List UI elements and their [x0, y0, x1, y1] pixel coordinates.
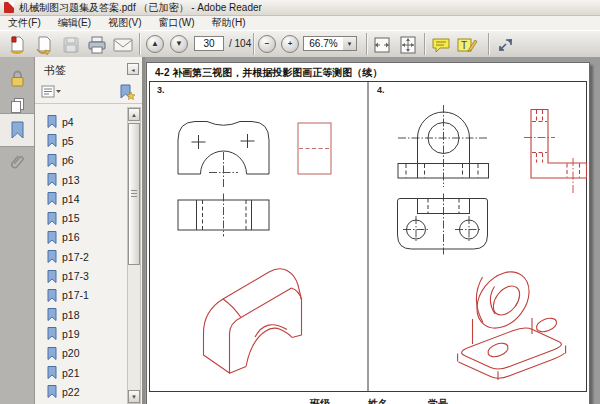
bookmark-item[interactable]: p13	[37, 170, 127, 189]
problem3-front-view	[178, 122, 269, 189]
bookmarks-tab[interactable]	[0, 113, 34, 147]
open-button[interactable]	[6, 34, 28, 55]
bookmark-item[interactable]: p20	[37, 344, 127, 363]
problem3-answer-side-view	[298, 123, 331, 174]
bookmark-label: p5	[62, 135, 74, 147]
navigation-rail	[0, 57, 35, 404]
problem4-isometric-drawing	[458, 262, 566, 380]
problem4-answer-side-view	[524, 110, 587, 194]
bookmark-label: p17-2	[62, 251, 89, 263]
problem4-top-view	[398, 194, 488, 255]
page-number-input[interactable]: 30	[194, 36, 224, 51]
table-frame	[150, 82, 587, 392]
bookmarks-toolbar	[35, 81, 142, 104]
print-button[interactable]	[86, 34, 108, 55]
save-copy-button[interactable]	[33, 34, 55, 55]
next-page-button[interactable]: ▼	[170, 35, 188, 53]
attachments-tab[interactable]	[0, 147, 34, 177]
highlight-text-button[interactable]: T	[456, 34, 478, 55]
menu-window[interactable]: 窗口(W)	[150, 16, 203, 30]
comment-button[interactable]	[430, 34, 452, 55]
scroll-up-button[interactable]: ▲	[128, 108, 140, 121]
options-menu-icon[interactable]	[41, 85, 61, 99]
toolbar-separator	[366, 33, 367, 55]
menu-view[interactable]: 视图(V)	[100, 16, 150, 30]
zoom-level-input[interactable]: 66.7%	[303, 36, 344, 51]
fit-width-icon	[372, 36, 392, 54]
bookmark-item[interactable]: p19	[37, 324, 127, 343]
fit-width-button[interactable]	[371, 34, 393, 55]
save-button[interactable]	[60, 34, 82, 55]
page-total-label: / 104	[229, 38, 251, 49]
problem4-front-view	[398, 105, 489, 187]
scroll-up-icon: ▲	[131, 112, 137, 118]
drawing-canvas	[147, 63, 589, 404]
menu-edit[interactable]: 编辑(E)	[50, 16, 100, 30]
title-bar: 机械制图习题集及答案.pdf （已加密） - Adobe Reader	[0, 0, 600, 16]
zoom-out-button[interactable]: −	[258, 35, 276, 53]
toolbar: ▲ ▼ 30 / 104 − + 66.7% ▼ T	[0, 30, 600, 59]
bookmark-label: p13	[62, 174, 80, 186]
problem3-top-view	[178, 194, 269, 237]
bookmark-item[interactable]: p14	[37, 189, 127, 208]
adobe-pdf-icon	[4, 2, 14, 13]
menu-help[interactable]: 帮助(H)	[204, 16, 255, 30]
scroll-down-button[interactable]: ▼	[128, 390, 140, 403]
highlight-text-icon: T	[456, 36, 478, 54]
document-area: 4-2 补画第三视图，并根据投影图画正等测图（续） 3. 4. 班级 姓名 学号	[145, 57, 600, 404]
scroll-down-icon: ▼	[131, 394, 137, 400]
bookmark-icon	[10, 121, 25, 139]
bookmark-label: p6	[62, 154, 74, 166]
bookmark-label: p19	[62, 328, 80, 340]
bookmark-label: p22	[62, 386, 80, 398]
bookmark-item[interactable]: p17-1	[37, 286, 127, 305]
bookmark-label: p21	[62, 367, 80, 379]
bookmark-item[interactable]: p6	[37, 151, 127, 170]
bookmark-item[interactable]: p17-3	[37, 266, 127, 285]
paperclip-icon	[8, 153, 27, 172]
dropdown-icon: ▼	[347, 41, 353, 47]
bookmark-label: p17-1	[62, 289, 89, 301]
zoom-dropdown-button[interactable]: ▼	[343, 36, 357, 51]
new-bookmark-icon[interactable]	[119, 84, 136, 100]
up-arrow-icon: ▲	[151, 40, 159, 48]
reading-mode-button[interactable]	[495, 34, 517, 55]
adobe-reader-window: 机械制图习题集及答案.pdf （已加密） - Adobe Reader 文件(F…	[0, 0, 600, 404]
menu-file[interactable]: 文件(F)	[0, 16, 50, 30]
toolbar-separator	[488, 33, 489, 55]
lock-icon	[9, 69, 26, 88]
bookmark-item[interactable]: p18	[37, 305, 127, 324]
fit-page-button[interactable]	[397, 34, 419, 55]
bookmark-item[interactable]: p21	[37, 363, 127, 382]
collapse-panel-button[interactable]: ◂	[127, 63, 139, 75]
minus-icon: −	[265, 40, 270, 48]
bookmark-item[interactable]: p22	[37, 382, 127, 401]
email-button[interactable]	[112, 34, 134, 55]
zoom-in-button[interactable]: +	[281, 35, 299, 53]
bookmark-label: p18	[62, 309, 80, 321]
open-icon	[7, 35, 27, 55]
bookmark-label: p17-3	[62, 270, 89, 282]
fit-page-icon	[398, 36, 418, 54]
save-copy-icon	[34, 35, 54, 55]
security-tab[interactable]	[0, 63, 34, 93]
bookmark-label: p20	[62, 347, 80, 359]
bookmarks-scrollbar[interactable]: ▲ ▼	[127, 107, 141, 404]
bookmark-label: p16	[62, 231, 80, 243]
scrollbar-thumb[interactable]	[128, 123, 140, 265]
bookmark-label: p15	[62, 212, 80, 224]
previous-page-button[interactable]: ▲	[146, 35, 164, 53]
bookmark-item[interactable]: p16	[37, 228, 127, 247]
pages-icon	[9, 96, 26, 115]
window-title: 机械制图习题集及答案.pdf （已加密） - Adobe Reader	[19, 1, 262, 15]
bookmark-item[interactable]: p4	[37, 112, 127, 131]
bookmark-item[interactable]: p17-2	[37, 247, 127, 266]
bookmarks-list: p4 p5 p6 p13 p14 p15 p16 p17-2 p17-3 p17…	[37, 112, 127, 401]
bookmark-item[interactable]: p15	[37, 208, 127, 227]
bookmark-item[interactable]: p5	[37, 131, 127, 150]
print-icon	[87, 35, 107, 55]
reading-mode-icon	[496, 36, 516, 54]
problem3-isometric-drawing	[204, 269, 302, 373]
scrollbar-grip	[131, 190, 137, 191]
plus-icon: +	[288, 40, 293, 48]
